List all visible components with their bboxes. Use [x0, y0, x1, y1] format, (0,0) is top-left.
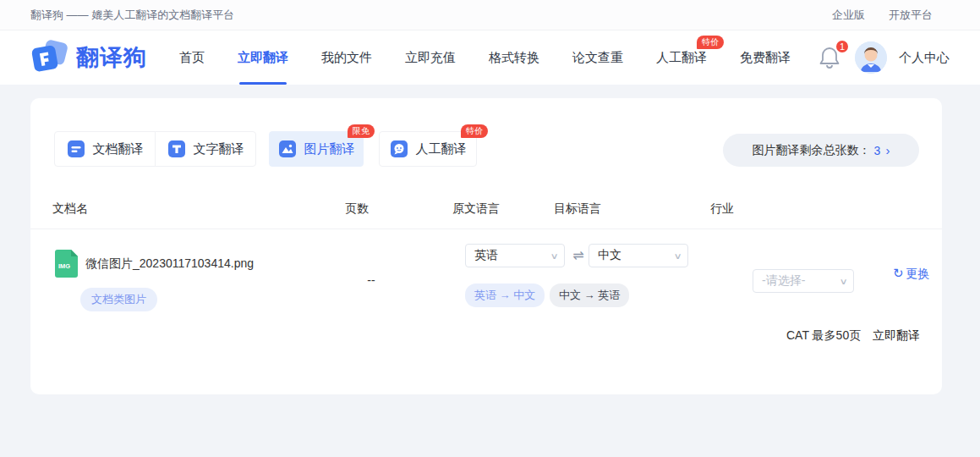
text-icon	[167, 140, 186, 158]
chevron-down-icon: ∨	[550, 251, 558, 261]
source-language-select[interactable]: 英语 ∨	[465, 244, 565, 267]
tab-label: 图片翻译	[304, 141, 355, 157]
notification-count-badge: 1	[835, 39, 850, 54]
col-header-filename: 文档名	[52, 201, 88, 217]
svg-text:IMG: IMG	[58, 262, 70, 270]
translate-now-button[interactable]: 立即翻译	[873, 328, 920, 344]
tab-label: 文档翻译	[93, 141, 144, 157]
logo-icon	[30, 40, 69, 75]
target-language-value: 中文	[598, 248, 675, 263]
quick-pair-en-zh[interactable]: 英语 → 中文	[465, 284, 545, 307]
topbar: 翻译狗 —— 媲美人工翻译的文档翻译平台 企业版 开放平台	[0, 0, 980, 30]
notification-bell-button[interactable]: 1	[818, 45, 843, 70]
nav-item-format-convert[interactable]: 格式转换	[489, 30, 539, 85]
industry-placeholder: -请选择-	[762, 273, 840, 289]
nav-item-translate-now[interactable]: 立即翻译	[238, 30, 288, 85]
change-file-button[interactable]: ↻更换	[893, 264, 933, 283]
chevron-right-icon: ›	[885, 143, 890, 157]
tab-label: 文字翻译	[194, 141, 244, 157]
topbar-link-enterprise[interactable]: 企业版	[832, 8, 865, 23]
refresh-icon: ↻	[893, 266, 904, 280]
topbar-link-open-platform[interactable]: 开放平台	[889, 8, 933, 23]
image-file-icon: IMG	[55, 250, 78, 278]
col-header-pages: 页数	[345, 201, 369, 217]
nav-item-my-files[interactable]: 我的文件	[321, 30, 372, 85]
document-icon	[67, 140, 85, 158]
nav-item-home[interactable]: 首页	[179, 30, 205, 85]
special-price-badge: 特价	[461, 124, 488, 138]
col-header-target-language: 目标语言	[554, 201, 601, 217]
quota-value: 3	[874, 144, 881, 157]
main-nav: 首页 立即翻译 我的文件 立即充值 格式转换 论文查重 人工翻译 特价 免费翻译	[179, 30, 791, 85]
col-header-industry: 行业	[710, 201, 734, 217]
nav-item-label: 人工翻译	[656, 50, 707, 66]
file-category-tag: 文档类图片	[80, 288, 157, 311]
change-label: 更换	[906, 267, 930, 280]
quick-pair-zh-en[interactable]: 中文 → 英语	[550, 284, 629, 307]
header: 翻译狗 首页 立即翻译 我的文件 立即充值 格式转换 论文查重 人工翻译 特价 …	[0, 30, 980, 85]
quota-label: 图片翻译剩余总张数：	[753, 143, 871, 158]
topbar-links: 企业版 开放平台	[832, 8, 933, 23]
chat-icon	[390, 140, 408, 158]
logo-text: 翻译狗	[76, 42, 147, 73]
industry-select[interactable]: -请选择- ∨	[753, 269, 854, 293]
header-right: 1 个人中心	[818, 41, 950, 74]
logo[interactable]: 翻译狗	[30, 40, 179, 75]
special-price-badge: 特价	[697, 36, 724, 49]
table-divider	[30, 228, 942, 229]
tab-text-translate[interactable]: 文字翻译	[155, 131, 256, 167]
image-quota-pill[interactable]: 图片翻译剩余总张数： 3 ›	[723, 134, 919, 167]
cat-max-pages-note: CAT 最多50页	[786, 328, 861, 344]
page-count: --	[359, 273, 384, 287]
site-tagline: 翻译狗 —— 媲美人工翻译的文档翻译平台	[30, 8, 234, 23]
chevron-down-icon: ∨	[673, 251, 682, 261]
avatar[interactable]	[855, 41, 887, 74]
image-icon	[278, 140, 297, 158]
nav-item-plagiarism-check[interactable]: 论文查重	[572, 30, 623, 85]
main-area: 文档翻译 文字翻译 图片翻译 限免	[0, 85, 980, 457]
free-limited-badge: 限免	[348, 124, 375, 138]
tab-human-translate[interactable]: 人工翻译 特价	[379, 131, 477, 167]
tab-document-translate[interactable]: 文档翻译	[54, 131, 156, 167]
nav-item-free-translate[interactable]: 免费翻译	[740, 30, 791, 85]
nav-item-human-translate[interactable]: 人工翻译 特价	[656, 30, 707, 85]
swap-languages-icon[interactable]: ⇌	[568, 247, 589, 263]
translate-card: 文档翻译 文字翻译 图片翻译 限免	[30, 98, 942, 394]
tab-label: 人工翻译	[416, 141, 467, 157]
nav-item-recharge[interactable]: 立即充值	[405, 30, 456, 85]
bell-icon	[818, 58, 841, 73]
file-name: 微信图片_20230117103414.png	[85, 256, 254, 272]
source-language-value: 英语	[474, 248, 551, 263]
user-center-link[interactable]: 个人中心	[899, 50, 950, 66]
tab-image-translate[interactable]: 图片翻译 限免	[269, 131, 364, 167]
target-language-select[interactable]: 中文 ∨	[589, 244, 688, 267]
col-header-source-language: 原文语言	[452, 201, 500, 217]
chevron-down-icon: ∨	[839, 277, 847, 286]
